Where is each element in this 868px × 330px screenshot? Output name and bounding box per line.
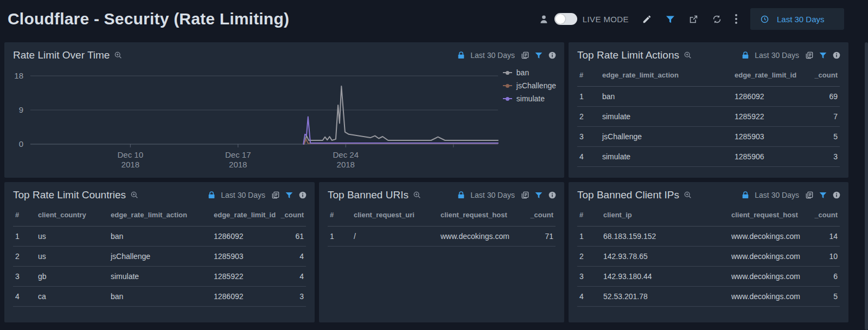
column-header[interactable]: client_request_host [729,205,801,227]
column-header[interactable]: # [577,66,600,87]
zoom-panel-icon[interactable] [413,191,422,199]
table-header-row: #client_countryedge_rate_limit_actionedg… [13,205,306,227]
copy-panel-icon[interactable] [805,51,814,60]
table-row[interactable]: 2142.93.78.65www.decokings.com10 [577,247,840,267]
column-header[interactable]: client_request_uri [352,205,438,227]
column-header[interactable]: # [577,205,601,227]
share-button[interactable] [688,14,699,24]
table-cell: 2 [13,247,36,267]
column-header[interactable]: _count [801,205,840,227]
copy-panel-icon[interactable] [271,191,280,199]
table-row[interactable]: 3gbsimulate12859224 [13,267,306,287]
user-icon [539,14,549,24]
legend-item-ban[interactable]: ban [503,66,556,79]
table-row[interactable]: 3142.93.180.44www.decokings.com6 [577,267,840,287]
column-header[interactable]: edge_rate_limit_action [108,205,212,227]
table-row[interactable]: 3jsChallenge12859035 [577,127,840,147]
column-header[interactable]: _count [797,66,840,87]
panel-controls: Last 30 Days [457,51,557,60]
lock-icon [457,191,465,199]
filter-panel-icon[interactable] [534,191,543,199]
table-cell: ban [108,227,212,247]
table-cell: www.decokings.com [438,227,511,247]
panel-title: Top Banned URIs [328,189,409,201]
table-cell: jsChallenge [108,247,212,267]
panel-top-rate-limit-actions: Top Rate Limit Actions Last 30 Days #edg… [569,42,848,178]
copy-panel-icon[interactable] [805,191,814,199]
table-row[interactable]: 1/www.decokings.com71 [328,227,556,247]
share-icon [688,14,699,24]
info-icon[interactable] [298,191,307,199]
pencil-icon [642,14,652,24]
filter-button[interactable] [665,14,675,24]
zoom-panel-icon[interactable] [684,191,692,199]
table-row[interactable]: 1ban128609269 [577,87,840,107]
table-cell: simulate [108,267,212,287]
table-row[interactable]: 2usjsChallenge12859034 [13,247,306,267]
copy-panel-icon[interactable] [521,51,529,60]
legend-item-jsChallenge[interactable]: jsChallenge [503,79,556,92]
panel-controls: Last 30 Days [207,191,307,199]
column-header[interactable]: edge_rate_limit_id [732,66,797,87]
edit-button[interactable] [642,14,652,24]
info-icon[interactable] [548,51,557,60]
scrollbar[interactable] [865,42,868,330]
table-cell: 1286092 [212,287,269,307]
info-icon[interactable] [548,191,557,199]
info-icon[interactable] [832,191,841,199]
panel-title: Top Banned Client IPs [577,189,679,201]
table-cell: 5 [797,127,840,147]
column-header[interactable]: client_country [36,205,108,227]
panel-top-rate-limit-countries: Top Rate Limit Countries Last 30 Days #c… [4,182,315,322]
zoom-panel-icon[interactable] [130,191,139,199]
column-header[interactable]: edge_rate_limit_action [600,66,732,87]
zoom-panel-icon[interactable] [114,51,123,60]
column-header[interactable]: # [13,205,36,227]
column-header[interactable]: client_ip [601,205,729,227]
panel-title-wrap: Top Rate Limit Countries [13,189,139,201]
table-header-row: #client_ipclient_request_host_count [577,205,840,227]
table-header-row: #client_request_uriclient_request_host_c… [328,205,556,227]
more-options-button[interactable] [735,14,737,24]
column-header[interactable]: # [328,205,352,227]
countries-table: #client_countryedge_rate_limit_actionedg… [13,205,306,307]
time-range-button[interactable]: Last 30 Days [750,8,844,30]
refresh-button[interactable] [712,14,722,24]
table-row[interactable]: 4caban12860923 [13,287,306,307]
table-header-row: #edge_rate_limit_actionedge_rate_limit_i… [577,66,840,87]
table-cell: 3 [13,267,36,287]
panel-title: Top Rate Limit Countries [13,189,126,201]
info-icon[interactable] [832,51,841,60]
legend-item-simulate[interactable]: simulate [503,92,556,105]
table-cell: 2 [577,247,601,267]
series-line-ban [304,86,498,144]
legend-marker-icon [503,85,512,86]
column-header[interactable]: edge_rate_limit_id [212,205,269,227]
table-cell: www.decokings.com [729,227,801,247]
zoom-panel-icon[interactable] [684,51,692,60]
table-row[interactable]: 452.53.201.78www.decokings.com5 [577,287,840,307]
filter-panel-icon[interactable] [534,51,543,60]
table-cell: 1285906 [732,147,797,167]
table-row[interactable]: 168.183.159.152www.decokings.com14 [577,227,840,247]
panel-time-range: Last 30 Days [470,51,515,60]
table-cell: 142.93.78.65 [601,247,729,267]
y-axis-tick-label: 0 [19,139,23,148]
table-row[interactable]: 1usban128609261 [13,227,306,247]
table-cell: 7 [797,107,840,127]
filter-panel-icon[interactable] [285,191,293,199]
x-axis-tick-sublabel: 2018 [229,160,247,169]
table-cell: 142.93.180.44 [601,267,729,287]
filter-panel-icon[interactable] [819,191,827,199]
live-mode-toggle[interactable] [554,13,577,25]
filter-panel-icon[interactable] [819,51,827,60]
legend-label: simulate [516,94,545,103]
column-header[interactable]: _count [511,205,556,227]
column-header[interactable]: client_request_host [438,205,511,227]
copy-panel-icon[interactable] [521,191,529,199]
actions-table: #edge_rate_limit_actionedge_rate_limit_i… [577,66,840,167]
table-row[interactable]: 4simulate12859063 [577,147,840,167]
table-cell: 3 [797,147,840,167]
table-row[interactable]: 2simulate12859227 [577,107,840,127]
legend-marker-icon [503,98,512,99]
